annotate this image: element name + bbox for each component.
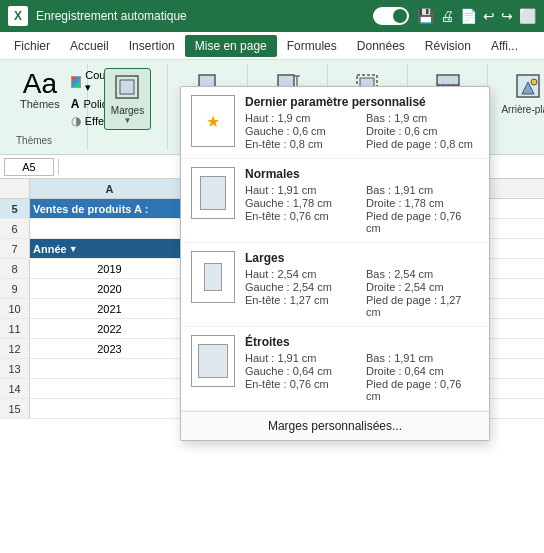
autosave-toggle[interactable] [373, 7, 409, 25]
menu-revision[interactable]: Révision [415, 35, 481, 57]
col-header-A[interactable]: A [30, 179, 190, 198]
margin-preview-inner-etroit [198, 344, 228, 378]
margin-info-large: Larges Haut : 2,54 cm Bas : 2,54 cm Gauc… [245, 251, 479, 318]
row-num-12: 12 [0, 339, 30, 358]
row-num-header [0, 179, 30, 198]
droite-label-large: Droite : 2,54 cm [366, 281, 479, 293]
margin-item-large[interactable]: Larges Haut : 2,54 cm Bas : 2,54 cm Gauc… [181, 243, 489, 327]
row-num-15: 15 [0, 399, 30, 418]
margin-vals-normal: Haut : 1,91 cm Bas : 1,91 cm Gauche : 1,… [245, 184, 479, 234]
menu-bar: Fichier Accueil Insertion Mise en page F… [0, 32, 544, 60]
print-icon[interactable]: 🖨 [440, 8, 454, 24]
row-num-10: 10 [0, 299, 30, 318]
margin-info-last: Dernier paramètre personnalisé Haut : 1,… [245, 95, 479, 150]
ribbon-group-themes: Aa Thèmes Couleurs ▾ A Polices ▾ ◑ Effet… [8, 64, 88, 150]
svg-point-14 [531, 79, 537, 85]
marges-button[interactable]: Marges ▼ [104, 68, 151, 130]
margin-item-etroit[interactable]: Étroites Haut : 1,91 cm Bas : 1,91 cm Ga… [181, 327, 489, 411]
cell-reference[interactable] [4, 158, 54, 176]
pied-label-large: Pied de page : 1,27 cm [366, 294, 479, 318]
menu-affichage[interactable]: Affi... [481, 35, 528, 57]
cell-A7[interactable]: Année ▼ [30, 239, 190, 258]
margin-preview-last: ★ [191, 95, 235, 147]
menu-donnees[interactable]: Données [347, 35, 415, 57]
cell-A8[interactable]: 2019 [30, 259, 190, 278]
menu-fichier[interactable]: Fichier [4, 35, 60, 57]
row-num-11: 11 [0, 319, 30, 338]
menu-accueil[interactable]: Accueil [60, 35, 119, 57]
cell-A11[interactable]: 2022 [30, 319, 190, 338]
droite-label-normal: Droite : 1,78 cm [366, 197, 479, 209]
formula-divider [58, 159, 59, 175]
app-logo: X [8, 6, 28, 26]
marges-arrow: ▼ [124, 116, 132, 125]
gauche-label-etroit: Gauche : 0,64 cm [245, 365, 358, 377]
ribbon-group-marges: Marges ▼ [88, 64, 168, 150]
bas-label-etroit: Bas : 1,91 cm [366, 352, 479, 364]
cell-A10[interactable]: 2021 [30, 299, 190, 318]
cell-A12[interactable]: 2023 [30, 339, 190, 358]
margin-info-etroit: Étroites Haut : 1,91 cm Bas : 1,91 cm Ga… [245, 335, 479, 402]
filter-arrow-year[interactable]: ▼ [69, 244, 78, 254]
title-text: Enregistrement automatique [36, 9, 365, 23]
arriere-label: Arrière-plan [501, 104, 544, 115]
entete-label-etroit: En-tête : 0,76 cm [245, 378, 358, 402]
row-num-5: 5 [0, 199, 30, 218]
droite-label-etroit: Droite : 0,64 cm [366, 365, 479, 377]
redo-icon[interactable]: ↪ [501, 8, 513, 24]
margin-preview-inner-large [204, 263, 222, 291]
ribbon-group-arriere: Arrière-plan [488, 64, 544, 150]
save-icon[interactable]: 💾 [417, 8, 434, 24]
margin-name-etroit: Étroites [245, 335, 479, 349]
haut-label-etroit: Haut : 1,91 cm [245, 352, 358, 364]
pied-label-etroit: Pied de page : 0,76 cm [366, 378, 479, 402]
menu-insertion[interactable]: Insertion [119, 35, 185, 57]
couleurs-swatch [71, 76, 82, 88]
custom-margins-button[interactable]: Marges personnalisées... [181, 411, 489, 440]
margin-vals-etroit: Haut : 1,91 cm Bas : 1,91 cm Gauche : 0,… [245, 352, 479, 402]
menu-formules[interactable]: Formules [277, 35, 347, 57]
row-num-9: 9 [0, 279, 30, 298]
margins-dropdown: ★ Dernier paramètre personnalisé Haut : … [180, 86, 490, 441]
menu-mise-en-page[interactable]: Mise en page [185, 35, 277, 57]
marges-label: Marges [111, 105, 144, 116]
themes-icon: Aa [23, 70, 57, 98]
margin-name-large: Larges [245, 251, 479, 265]
doc-icon[interactable]: 📄 [460, 8, 477, 24]
margin-item-normal[interactable]: Normales Haut : 1,91 cm Bas : 1,91 cm Ga… [181, 159, 489, 243]
cell-A6[interactable] [30, 219, 190, 238]
row-num-13: 13 [0, 359, 30, 378]
cell-A9[interactable]: 2020 [30, 279, 190, 298]
haut-label-last: Haut : 1,9 cm [245, 112, 358, 124]
row-num-7: 7 [0, 239, 30, 258]
bas-label-large: Bas : 2,54 cm [366, 268, 479, 280]
margin-info-normal: Normales Haut : 1,91 cm Bas : 1,91 cm Ga… [245, 167, 479, 234]
entete-label-large: En-tête : 1,27 cm [245, 294, 358, 318]
droite-label-last: Droite : 0,6 cm [366, 125, 479, 137]
haut-label-normal: Haut : 1,91 cm [245, 184, 358, 196]
row-num-6: 6 [0, 219, 30, 238]
gauche-label-last: Gauche : 0,6 cm [245, 125, 358, 137]
title-bar-icons: 💾 🖨 📄 ↩ ↪ ⬜ [417, 8, 536, 24]
margin-name-normal: Normales [245, 167, 479, 181]
svg-rect-1 [120, 80, 134, 94]
margin-item-last[interactable]: ★ Dernier paramètre personnalisé Haut : … [181, 87, 489, 159]
star-icon: ★ [206, 112, 220, 131]
margin-preview-etroit [191, 335, 235, 387]
arriere-icon [514, 72, 542, 104]
entete-label-normal: En-tête : 0,76 cm [245, 210, 358, 234]
pied-label-last: Pied de page : 0,8 cm [366, 138, 479, 150]
themes-label: Thèmes [20, 98, 60, 110]
effets-icon: ◑ [71, 114, 81, 128]
gauche-label-normal: Gauche : 1,78 cm [245, 197, 358, 209]
bas-label-last: Bas : 1,9 cm [366, 112, 479, 124]
margin-preview-normal [191, 167, 235, 219]
expand-icon[interactable]: ⬜ [519, 8, 536, 24]
undo-icon[interactable]: ↩ [483, 8, 495, 24]
arriere-button[interactable]: Arrière-plan [495, 68, 544, 119]
haut-label-large: Haut : 2,54 cm [245, 268, 358, 280]
themes-group-label: Thèmes [16, 131, 52, 146]
polices-icon: A [71, 97, 80, 111]
svg-rect-9 [437, 75, 459, 85]
themes-button[interactable]: Aa Thèmes [16, 68, 64, 112]
